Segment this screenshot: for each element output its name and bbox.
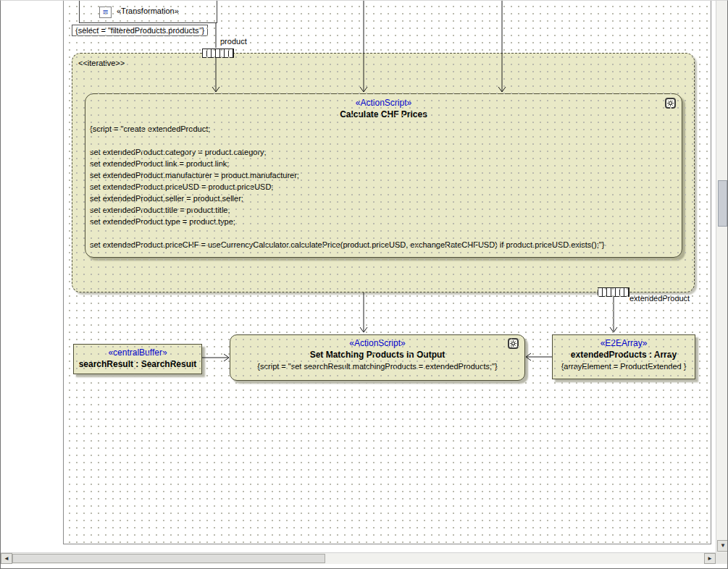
script-line: set extendedProduct.priceCHF = useCurren…	[90, 239, 682, 250]
scroll-down-button[interactable]: ▼	[717, 540, 728, 552]
script-line: set extendedProduct.type = product.type;	[90, 216, 682, 227]
action-script: {script = "set searchResult.matchingProd…	[230, 361, 524, 372]
action-stereotype: «ActionScript»	[85, 97, 682, 109]
scroll-right-button[interactable]: ►	[704, 553, 716, 564]
central-buffer-stereotype: «centralBuffer»	[74, 347, 201, 358]
scroll-left-button[interactable]: ◄	[1, 553, 12, 564]
action-script: {script = "create extendedProduct; set e…	[90, 123, 682, 250]
script-line: set extendedProduct.priceUSD = product.p…	[90, 181, 682, 193]
vertical-scrollbar-thumb[interactable]	[718, 180, 727, 227]
scrollbar-corner	[716, 552, 728, 564]
flow-array-to-set-matching[interactable]	[526, 353, 552, 361]
transformation-element[interactable]: ≡ «Transformation»	[79, 1, 217, 23]
action-title: Calculate CHF Prices	[85, 109, 682, 120]
script-line: set extendedProduct.category = product.c…	[90, 146, 682, 158]
iterative-region-label: <<iterative>>	[78, 59, 125, 67]
actionscript-gear-icon	[508, 338, 519, 349]
script-line: set extendedProduct.title = product.titl…	[90, 204, 682, 216]
horizontal-scrollbar-thumb[interactable]	[12, 554, 325, 563]
scroll-left-icon: ◄	[4, 555, 9, 562]
action-stereotype: «ActionScript»	[230, 337, 524, 349]
array-stereotype: «E2EArray»	[553, 337, 695, 349]
actionscript-gear-icon	[665, 98, 676, 109]
product-pin-label: product	[220, 37, 247, 46]
select-constraint-label: {select = "filteredProducts.products"}	[72, 25, 208, 36]
script-line: {script = "create extendedProduct;	[90, 123, 682, 135]
search-result-buffer-node[interactable]: «centralBuffer» searchResult : SearchRes…	[73, 344, 202, 374]
array-element-detail: {arrayElement = ProductExtended }	[553, 361, 695, 372]
application-window: <<iterative>> «ActionScript» Calculate C…	[0, 0, 728, 569]
scroll-down-icon: ▼	[720, 542, 726, 549]
scroll-right-icon: ►	[707, 555, 713, 562]
extended-product-expansion-node[interactable]	[598, 287, 629, 297]
extended-products-name: extendedProducts : Array	[553, 349, 695, 361]
action-title: Set Matching Products in Output	[230, 349, 524, 361]
flow-search-result-to-set-matching[interactable]	[202, 354, 229, 361]
flow-extended-pin-to-array[interactable]	[610, 297, 617, 332]
vertical-scrollbar[interactable]: ▼	[716, 1, 728, 552]
calculate-chf-prices-action[interactable]: «ActionScript» Calculate CHF Prices {scr…	[85, 93, 682, 258]
transformation-icon: ≡	[99, 7, 112, 18]
diagram-canvas[interactable]: <<iterative>> «ActionScript» Calculate C…	[63, 1, 711, 544]
product-expansion-node[interactable]	[202, 49, 234, 58]
flow-region-to-set-matching[interactable]	[360, 292, 367, 332]
extended-product-pin-label: extendedProduct	[629, 294, 690, 303]
search-result-name: searchResult : SearchResult	[74, 358, 201, 370]
script-line	[90, 227, 682, 239]
transformation-stereotype: «Transformation»	[117, 7, 179, 15]
set-matching-products-action[interactable]: «ActionScript» Set Matching Products in …	[230, 334, 525, 381]
script-line: set extendedProduct.link = product.link;	[90, 158, 682, 169]
script-line: set extendedProduct.manufacturer = produ…	[90, 169, 682, 181]
script-line: set extendedProduct.seller = product.sel…	[90, 193, 682, 204]
script-line	[90, 135, 682, 146]
horizontal-scrollbar[interactable]: ◄ ►	[1, 552, 716, 564]
extended-products-array-node[interactable]: «E2EArray» extendedProducts : Array {arr…	[552, 334, 695, 379]
